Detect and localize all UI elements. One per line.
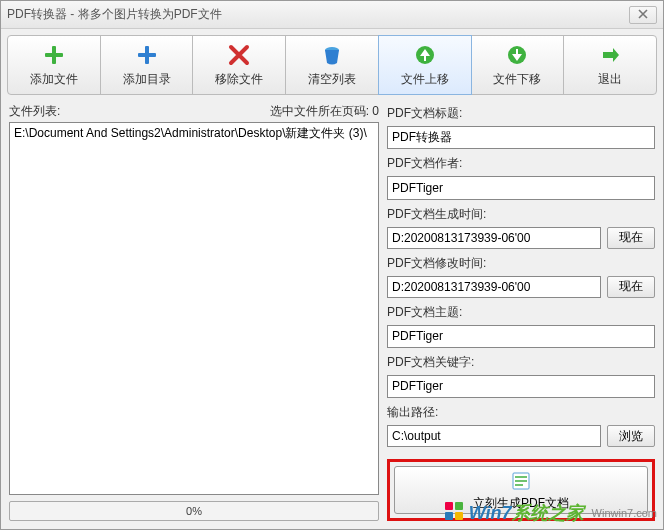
pdf-author-label: PDF文档作者: (387, 155, 655, 172)
left-header: 文件列表: 选中文件所在页码: 0 (9, 103, 379, 120)
pdf-modify-label: PDF文档修改时间: (387, 255, 655, 272)
clear-list-button[interactable]: 清空列表 (285, 35, 379, 95)
window-title: PDF转换器 - 将多个图片转换为PDF文件 (7, 6, 629, 23)
exit-label: 退出 (598, 71, 622, 88)
close-button[interactable] (629, 6, 657, 24)
file-list-label: 文件列表: (9, 103, 270, 120)
svg-rect-9 (515, 480, 527, 482)
file-list[interactable]: E:\Document And Settings2\Administrator\… (9, 122, 379, 495)
move-down-button[interactable]: 文件下移 (471, 35, 565, 95)
now-create-button[interactable]: 现在 (607, 227, 655, 249)
arrow-up-icon (413, 43, 437, 67)
move-up-button[interactable]: 文件上移 (378, 35, 472, 95)
clear-label: 清空列表 (308, 71, 356, 88)
generate-label: 立刻生成PDF文档 (473, 495, 569, 512)
add-dir-button[interactable]: 添加目录 (100, 35, 194, 95)
generate-highlight: 立刻生成PDF文档 (387, 459, 655, 521)
progress-bar: 0% (9, 501, 379, 521)
svg-rect-10 (515, 484, 523, 486)
add-file-button[interactable]: 添加文件 (7, 35, 101, 95)
move-up-label: 文件上移 (401, 71, 449, 88)
add-dir-label: 添加目录 (123, 71, 171, 88)
right-pane: PDF文档标题: PDF文档作者: PDF文档生成时间: 现在 PDF文档修改时… (387, 103, 655, 521)
browse-button[interactable]: 浏览 (607, 425, 655, 447)
pdf-keywords-label: PDF文档关键字: (387, 354, 655, 371)
left-pane: 文件列表: 选中文件所在页码: 0 E:\Document And Settin… (9, 103, 379, 521)
svg-rect-1 (45, 53, 63, 57)
titlebar: PDF转换器 - 将多个图片转换为PDF文件 (1, 1, 663, 29)
pdf-author-input[interactable] (387, 176, 655, 199)
generate-pdf-button[interactable]: 立刻生成PDF文档 (394, 466, 648, 514)
exit-arrow-icon (598, 43, 622, 67)
svg-rect-8 (515, 476, 527, 478)
toolbar: 添加文件 添加目录 移除文件 清空列表 文件上移 (1, 29, 663, 99)
exit-button[interactable]: 退出 (563, 35, 657, 95)
close-icon (638, 8, 648, 22)
plus-blue-icon (135, 43, 159, 67)
pdf-title-label: PDF文档标题: (387, 105, 655, 122)
pdf-title-input[interactable] (387, 126, 655, 149)
app-window: PDF转换器 - 将多个图片转换为PDF文件 添加文件 添加目录 移除文件 (0, 0, 664, 530)
move-down-label: 文件下移 (493, 71, 541, 88)
arrow-down-icon (505, 43, 529, 67)
svg-rect-3 (138, 53, 156, 57)
add-file-label: 添加文件 (30, 71, 78, 88)
pdf-subject-label: PDF文档主题: (387, 304, 655, 321)
progress-text: 0% (186, 505, 202, 517)
pdf-create-label: PDF文档生成时间: (387, 206, 655, 223)
pdf-subject-input[interactable] (387, 325, 655, 348)
remove-label: 移除文件 (215, 71, 263, 88)
output-path-label: 输出路径: (387, 404, 655, 421)
output-path-input[interactable] (387, 425, 601, 447)
pdf-create-input[interactable] (387, 227, 601, 249)
list-item[interactable]: E:\Document And Settings2\Administrator\… (14, 125, 374, 142)
content-area: 文件列表: 选中文件所在页码: 0 E:\Document And Settin… (1, 99, 663, 529)
document-icon (509, 469, 533, 493)
trash-icon (320, 43, 344, 67)
x-red-icon (227, 43, 251, 67)
page-info-label: 选中文件所在页码: 0 (270, 103, 379, 120)
remove-file-button[interactable]: 移除文件 (192, 35, 286, 95)
now-modify-button[interactable]: 现在 (607, 276, 655, 298)
pdf-modify-input[interactable] (387, 276, 601, 298)
plus-green-icon (42, 43, 66, 67)
pdf-keywords-input[interactable] (387, 375, 655, 398)
